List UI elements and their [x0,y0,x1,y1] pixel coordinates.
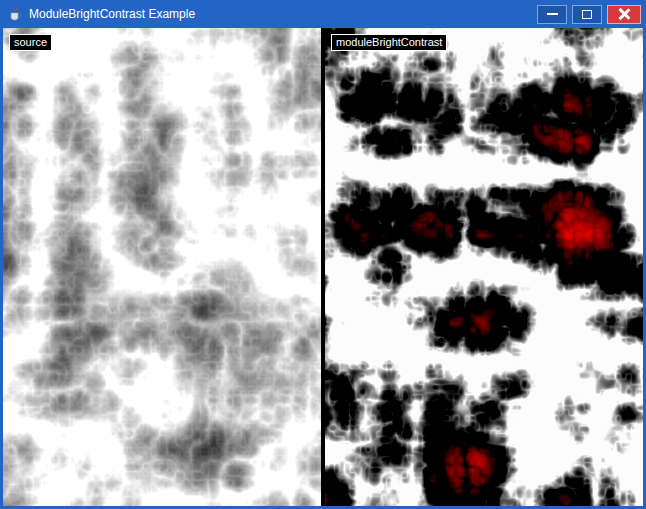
window-content: source moduleBrightContrast [3,28,643,506]
module-label: moduleBrightContrast [331,34,447,51]
maximize-icon [582,10,592,19]
title-bar[interactable]: ModuleBrightContrast Example [0,0,646,28]
app-icon [7,6,23,22]
window-controls [537,5,641,24]
panel-module: moduleBrightContrast [325,28,643,506]
minimize-button[interactable] [537,5,567,24]
source-image [3,28,321,506]
app-window: ModuleBrightContrast Example source modu… [0,0,646,509]
maximize-button[interactable] [572,5,602,24]
source-label: source [9,34,52,51]
module-brightcontrast-image [325,28,643,506]
close-icon [618,8,630,20]
minimize-icon [547,13,558,15]
close-button[interactable] [607,5,641,24]
panel-source: source [3,28,321,506]
window-title: ModuleBrightContrast Example [29,7,537,21]
